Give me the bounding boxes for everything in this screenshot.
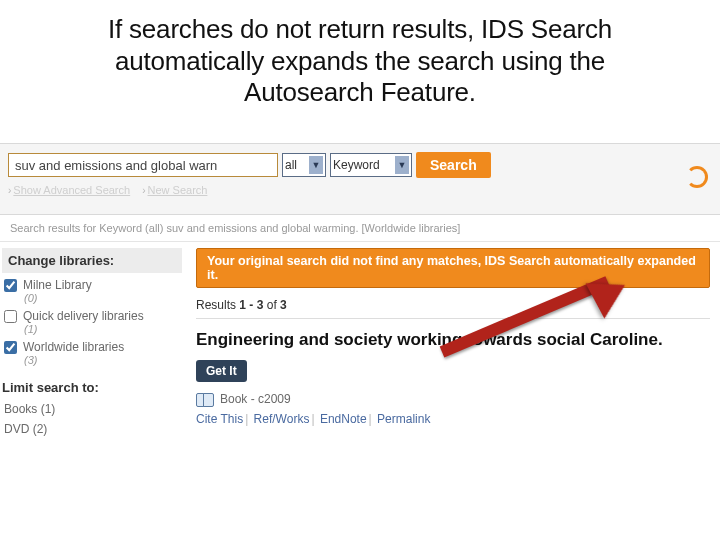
field-value: Keyword (333, 158, 380, 172)
refworks-link[interactable]: Ref/Works (254, 412, 310, 426)
search-input[interactable] (8, 153, 278, 177)
show-advanced-link[interactable]: ›Show Advanced Search (8, 184, 130, 196)
loading-spinner-icon (686, 166, 708, 188)
change-libraries-header: Change libraries: (2, 248, 182, 273)
new-search-link[interactable]: ›New Search (142, 184, 207, 196)
book-icon (196, 393, 214, 405)
library-count: (3) (24, 354, 182, 366)
chevron-right-icon: › (142, 185, 145, 196)
facet-sidebar: Change libraries: Milne Library (0) Quic… (0, 242, 190, 447)
endnote-link[interactable]: EndNote (320, 412, 367, 426)
screenshot-region: all▼ Keyword▼ Search ›Show Advanced Sear… (0, 143, 720, 447)
search-bar-region: all▼ Keyword▼ Search ›Show Advanced Sear… (0, 143, 720, 215)
chevron-down-icon: ▼ (309, 156, 323, 174)
library-checkbox[interactable] (4, 279, 17, 292)
scope-value: all (285, 158, 297, 172)
library-checkbox[interactable] (4, 341, 17, 354)
limit-search-header: Limit search to: (2, 376, 182, 399)
library-option[interactable]: Quick delivery libraries (2, 304, 182, 323)
search-button[interactable]: Search (416, 152, 491, 178)
format-label: Book - c2009 (220, 392, 291, 406)
result-title[interactable]: Engineering and society working towards … (196, 329, 710, 350)
library-checkbox[interactable] (4, 310, 17, 323)
permalink-link[interactable]: Permalink (377, 412, 430, 426)
library-name: Worldwide libraries (23, 340, 124, 354)
chevron-right-icon: › (8, 185, 11, 196)
library-name: Milne Library (23, 278, 92, 292)
library-count: (0) (24, 292, 182, 304)
library-option[interactable]: Milne Library (2, 273, 182, 292)
facet-item[interactable]: Books (1) (2, 399, 182, 419)
results-crumb: Search results for Keyword (all) suv and… (0, 215, 720, 242)
facet-item[interactable]: DVD (2) (2, 419, 182, 439)
library-name: Quick delivery libraries (23, 309, 144, 323)
results-count: Results 1 - 3 of 3 (196, 298, 710, 312)
cite-link[interactable]: Cite This (196, 412, 243, 426)
autosearch-banner: Your original search did not find any ma… (196, 248, 710, 288)
results-main: Your original search did not find any ma… (190, 242, 720, 447)
library-option[interactable]: Worldwide libraries (2, 335, 182, 354)
field-select[interactable]: Keyword▼ (330, 153, 412, 177)
result-action-links: Cite This| Ref/Works| EndNote| Permalink (196, 412, 710, 426)
library-count: (1) (24, 323, 182, 335)
divider (196, 318, 710, 319)
scope-select[interactable]: all▼ (282, 153, 326, 177)
slide-title: If searches do not return results, IDS S… (0, 0, 720, 117)
get-it-button[interactable]: Get It (196, 360, 247, 382)
chevron-down-icon: ▼ (395, 156, 409, 174)
